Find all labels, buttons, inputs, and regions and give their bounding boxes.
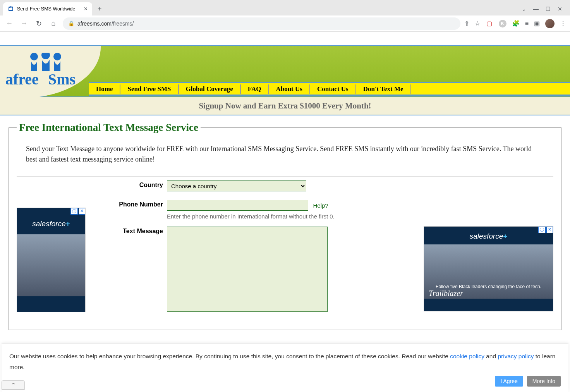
main-nav: Home Send Free SMS Global Coverage FAQ A…: [89, 82, 570, 96]
cookie-collapse-toggle[interactable]: ⌃: [2, 380, 25, 389]
mcafee-extension-icon[interactable]: ▢: [486, 20, 493, 28]
phone-input[interactable]: [167, 200, 308, 211]
country-label: Country: [101, 181, 163, 189]
help-link[interactable]: Help?: [313, 202, 328, 209]
ad-close-icon[interactable]: ✕: [546, 227, 553, 233]
cookie-agree-button[interactable]: I Agree: [495, 376, 523, 387]
ad-info-icon[interactable]: ⓘ: [70, 208, 78, 215]
back-button[interactable]: ←: [4, 18, 15, 29]
maximize-icon[interactable]: ☐: [546, 6, 551, 12]
forward-button[interactable]: →: [19, 18, 29, 29]
svg-point-3: [30, 53, 38, 60]
privacy-policy-link[interactable]: privacy policy: [498, 353, 534, 359]
profile-avatar[interactable]: [545, 19, 555, 28]
nav-faq[interactable]: FAQ: [241, 84, 269, 94]
puzzle-extension-icon[interactable]: 🧩: [512, 20, 520, 27]
tab-title: Send Free SMS Worldwide: [17, 6, 76, 12]
form-fields: Country Choose a country Phone Number He…: [101, 181, 416, 322]
nav-send-free-sms[interactable]: Send Free SMS: [120, 84, 179, 94]
ad-tagline: Follow five Black leaders changing the f…: [424, 284, 553, 289]
extension-k-icon[interactable]: K: [499, 20, 506, 28]
sms-form-fieldset: Free International Text Message Service …: [9, 122, 561, 330]
intro-text: Send your Text Message to anyone worldwi…: [26, 144, 544, 165]
cookie-policy-link[interactable]: cookie policy: [450, 353, 484, 359]
ad-info-icon[interactable]: ⓘ: [538, 227, 546, 233]
cookie-notice: ⌃ Our website uses cookies to help enhan…: [2, 344, 568, 389]
reading-list-icon[interactable]: ≡: [525, 20, 529, 27]
browser-chrome: Send Free SMS Worldwide × + ⌄ ― ☐ ✕ ← → …: [0, 0, 570, 32]
page-viewport: afree Sms Home Send Free SMS Global Cove…: [0, 32, 570, 389]
svg-point-2: [12, 7, 13, 8]
close-window-icon[interactable]: ✕: [558, 6, 562, 12]
site-header: afree Sms Home Send Free SMS Global Cove…: [0, 45, 570, 97]
nav-contact-us[interactable]: Contact Us: [310, 84, 356, 94]
country-select[interactable]: Choose a country: [167, 181, 306, 191]
url-domain: afreesms.com: [77, 21, 112, 27]
ad-left-box[interactable]: ⓘ ✕ salesforce+: [17, 208, 86, 312]
message-label: Text Message: [101, 227, 163, 235]
phone-label: Phone Number: [101, 200, 163, 208]
lock-icon: 🔒: [68, 21, 74, 26]
reload-button[interactable]: ↻: [33, 18, 44, 29]
svg-point-0: [9, 7, 10, 8]
ad-left: ⓘ ✕ salesforce+: [17, 208, 86, 322]
nav-home[interactable]: Home: [89, 84, 120, 94]
window-controls: ⌄ ― ☐ ✕: [522, 6, 567, 12]
cookie-more-info-button[interactable]: More Info: [527, 376, 561, 387]
minimize-icon[interactable]: ―: [533, 6, 539, 12]
ad-brand-logo: salesforce+: [424, 227, 553, 244]
share-icon[interactable]: ⇪: [464, 20, 469, 27]
tab-close-icon[interactable]: ×: [84, 5, 88, 12]
ad-trail-text: Trailblazer: [429, 289, 463, 298]
url-path: /freesms/: [112, 21, 134, 27]
main-content: Free International Text Message Service …: [0, 115, 570, 336]
url-bar[interactable]: 🔒 afreesms.com/freesms/: [63, 17, 460, 30]
ad-image: Follow five Black leaders changing the f…: [424, 244, 553, 299]
ad-right-box[interactable]: ⓘ ✕ salesforce+ Follow five Black leader…: [424, 226, 553, 311]
nav-global-coverage[interactable]: Global Coverage: [179, 84, 241, 94]
new-tab-button[interactable]: +: [94, 3, 106, 15]
ad-right: ⓘ ✕ salesforce+ Follow five Black leader…: [424, 226, 553, 322]
ad-image: [17, 234, 85, 296]
menu-icon[interactable]: ⋮: [560, 20, 566, 27]
svg-point-1: [10, 6, 12, 8]
promo-bar[interactable]: Signup Now and Earn Extra $1000 Every Mo…: [0, 97, 570, 115]
tab-bar: Send Free SMS Worldwide × + ⌄ ― ☐ ✕: [0, 0, 570, 15]
svg-text:afree: afree: [5, 70, 39, 88]
chevron-down-icon[interactable]: ⌄: [522, 6, 526, 12]
browser-toolbar: ← → ↻ ⌂ 🔒 afreesms.com/freesms/ ⇪ ☆ ▢ K …: [0, 15, 570, 32]
nav-about-us[interactable]: About Us: [269, 84, 310, 94]
svg-point-5: [53, 53, 61, 60]
logo[interactable]: afree Sms: [0, 46, 101, 98]
form-legend: Free International Text Message Service: [17, 122, 201, 134]
home-button[interactable]: ⌂: [48, 18, 59, 29]
cookie-text: Our website uses cookies to help enhance…: [9, 351, 561, 373]
phone-hint: Enter the phone number in International …: [167, 213, 416, 220]
message-textarea[interactable]: [167, 227, 328, 312]
browser-tab[interactable]: Send Free SMS Worldwide ×: [3, 2, 92, 15]
svg-point-4: [41, 53, 50, 59]
nav-dont-text-me[interactable]: Don't Text Me: [356, 84, 411, 94]
toolbar-actions: ⇪ ☆ ▢ K 🧩 ≡ ▣ ⋮: [464, 19, 566, 28]
svg-text:Sms: Sms: [48, 70, 76, 88]
side-panel-icon[interactable]: ▣: [534, 20, 540, 27]
tab-favicon-icon: [8, 6, 14, 12]
bookmark-icon[interactable]: ☆: [475, 20, 480, 27]
ad-close-icon[interactable]: ✕: [79, 208, 85, 215]
